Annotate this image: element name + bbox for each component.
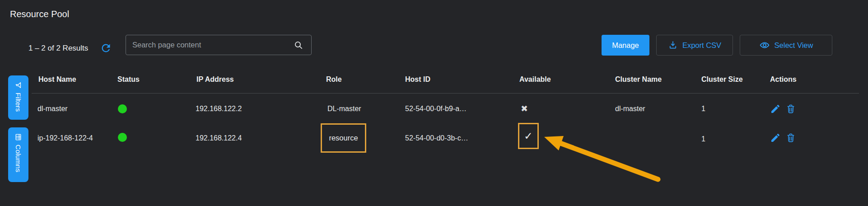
cell-host-id: 52-54-00-d0-3b-c… xyxy=(405,133,468,143)
status-dot-green xyxy=(118,133,127,142)
manage-button[interactable]: Manage xyxy=(602,35,649,56)
cell-ip-address: 192.168.122.4 xyxy=(196,133,242,143)
column-header-cluster-size: Cluster Size xyxy=(701,75,743,84)
column-header-cluster-name: Cluster Name xyxy=(615,75,662,84)
column-header-host-name: Host Name xyxy=(38,75,76,84)
search-icon xyxy=(293,40,304,51)
status-dot-green xyxy=(118,104,127,113)
edit-button[interactable] xyxy=(770,132,781,144)
search-input[interactable] xyxy=(126,35,311,55)
column-header-available: Available xyxy=(519,75,551,84)
header-divider xyxy=(32,93,859,94)
cell-role: resource xyxy=(329,134,358,142)
cell-cluster-size: 1 xyxy=(701,104,705,114)
x-mark-icon: ✖ xyxy=(521,103,528,114)
delete-icon xyxy=(785,103,796,114)
eye-icon xyxy=(759,40,770,51)
column-header-actions: Actions xyxy=(770,75,797,84)
delete-icon xyxy=(785,132,796,143)
filters-tab[interactable]: Filters xyxy=(8,75,28,120)
export-csv-label: Export CSV xyxy=(682,41,721,50)
cell-host-name: ip-192-168-122-4 xyxy=(37,133,93,143)
cell-ip-address: 192.168.122.2 xyxy=(196,104,242,114)
search-box xyxy=(126,35,312,55)
edit-icon xyxy=(770,103,781,114)
annotation-box-role: resource xyxy=(321,123,366,153)
filters-tab-label: Filters xyxy=(14,93,23,112)
cell-cluster-name: dl-master xyxy=(615,104,645,114)
resource-pool-page: Resource Pool 1 – 2 of 2 Results Manage … xyxy=(0,0,868,206)
columns-tab-label: Columns xyxy=(14,145,23,172)
columns-icon xyxy=(14,133,22,141)
select-view-button[interactable]: Select View xyxy=(740,35,832,56)
results-count: 1 – 2 of 2 Results xyxy=(28,43,88,53)
column-header-host-id: Host ID xyxy=(405,75,430,84)
filter-icon xyxy=(14,81,22,89)
refresh-icon xyxy=(100,42,112,54)
check-mark-icon: ✓ xyxy=(524,130,532,142)
delete-button[interactable] xyxy=(785,132,797,144)
refresh-button[interactable] xyxy=(100,42,112,54)
edit-icon xyxy=(770,132,781,143)
cell-role: DL-master xyxy=(327,104,361,114)
delete-button[interactable] xyxy=(785,103,797,115)
edit-button[interactable] xyxy=(770,103,781,115)
export-csv-button[interactable]: Export CSV xyxy=(656,35,733,56)
annotation-arrow xyxy=(0,0,868,206)
column-header-role: Role xyxy=(326,75,342,84)
page-title: Resource Pool xyxy=(10,9,69,19)
column-header-ip-address: IP Address xyxy=(196,75,234,84)
select-view-label: Select View xyxy=(775,41,813,50)
cell-host-name: dl-master xyxy=(37,104,68,114)
cell-cluster-size: 1 xyxy=(701,134,705,144)
download-icon xyxy=(668,40,678,50)
cell-host-id: 52-54-00-0f-b9-a… xyxy=(405,104,467,114)
annotation-box-available: ✓ xyxy=(518,123,539,149)
column-header-status: Status xyxy=(117,75,140,84)
columns-tab[interactable]: Columns xyxy=(8,127,28,182)
